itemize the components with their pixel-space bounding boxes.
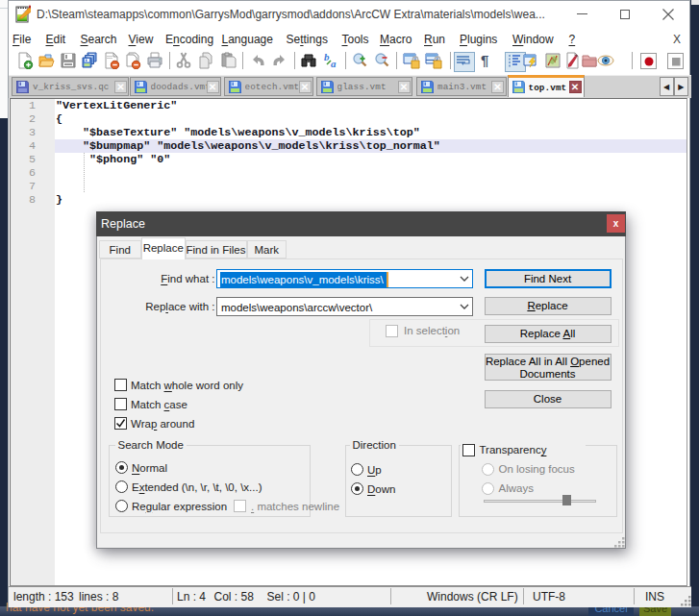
- svg-text:b: b: [324, 52, 330, 62]
- svg-text:¶: ¶: [481, 52, 488, 68]
- svg-text:a: a: [331, 58, 337, 69]
